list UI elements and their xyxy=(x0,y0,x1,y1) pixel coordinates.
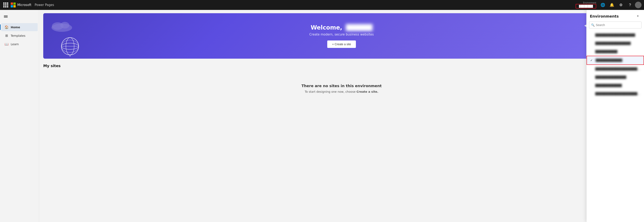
microsoft-logo: Microsoft xyxy=(11,3,31,8)
env-list-item[interactable]: ████████████ xyxy=(586,81,644,90)
env-current-button[interactable]: ████████ xyxy=(576,4,596,9)
env-label: Environment xyxy=(583,2,596,4)
sidebar-item-home-label: Home xyxy=(11,26,20,29)
app-layout: 🏠 Home ⊞ Templates 📖 Learn xyxy=(0,10,644,222)
env-search-input[interactable] xyxy=(589,22,642,29)
brand-name: Microsoft xyxy=(17,3,31,7)
hero-subtitle: Create modern, secure business websites xyxy=(309,33,374,36)
empty-state-cta-text: Create a site. xyxy=(356,90,378,93)
user-avatar[interactable] xyxy=(635,2,642,8)
env-item-name: ██████████████ xyxy=(595,76,641,79)
env-check-icon: ✓ xyxy=(590,59,594,62)
sidebar-nav: 🏠 Home ⊞ Templates 📖 Learn xyxy=(0,22,39,50)
svg-point-2 xyxy=(60,22,70,29)
hero-title: Welcome, ██████ xyxy=(309,24,374,31)
env-item-name: ██████████████████████ xyxy=(595,67,641,71)
env-list-item[interactable]: ████████████████████████ xyxy=(586,90,644,98)
env-item-name: ████████████████ xyxy=(595,42,641,45)
env-list-item[interactable]: ██████████████ xyxy=(586,73,644,81)
sidebar-toggle[interactable] xyxy=(2,12,10,21)
sidebar-item-learn[interactable]: 📖 Learn xyxy=(1,40,38,48)
env-panel-close-button[interactable]: × xyxy=(635,13,641,19)
env-search-icon: 🔍 xyxy=(591,23,594,27)
env-list-item[interactable]: ✓████████████ xyxy=(586,56,644,65)
hero-content: Welcome, ██████ Create modern, secure bu… xyxy=(309,24,374,48)
environments-panel: Environments × 🔍 ███████████████████████… xyxy=(586,10,644,222)
sidebar-item-learn-label: Learn xyxy=(11,43,19,46)
empty-state-title: There are no sites in this environment xyxy=(302,84,382,88)
env-item-name: ████████████ xyxy=(595,84,641,87)
topbar-right: Environment ████████ 🌐 🔔 ⚙ ? xyxy=(576,1,642,9)
hero-username: ██████ xyxy=(346,24,372,31)
env-item-name: ████████████████████████ xyxy=(595,92,641,95)
templates-icon: ⊞ xyxy=(4,34,9,38)
env-list-item[interactable]: ██████████████████████ xyxy=(586,65,644,73)
env-list-item[interactable]: ██████████████████ xyxy=(586,31,644,39)
globe-decoration xyxy=(60,36,80,57)
topbar: Microsoft Power Pages Environment ██████… xyxy=(0,0,644,10)
hero-banner: Welcome, ██████ Create modern, secure bu… xyxy=(43,13,640,59)
my-sites-title: My sites xyxy=(43,64,640,68)
env-item-name: ████████████ xyxy=(596,59,640,62)
sidebar-item-templates[interactable]: ⊞ Templates xyxy=(1,32,38,40)
sidebar-item-home[interactable]: 🏠 Home xyxy=(1,23,38,31)
environment-selector[interactable]: Environment ████████ xyxy=(576,2,596,9)
env-panel-header: Environments × xyxy=(586,10,644,22)
globe-icon-button[interactable]: 🌐 xyxy=(599,1,607,9)
empty-state: There are no sites in this environment T… xyxy=(39,71,644,106)
env-search-box: 🔍 xyxy=(589,22,642,29)
home-icon: 🏠 xyxy=(4,25,9,29)
notification-icon-button[interactable]: 🔔 xyxy=(608,1,616,9)
env-item-name: ██████████ xyxy=(595,50,641,53)
sidebar-item-templates-label: Templates xyxy=(11,34,25,37)
app-name: Power Pages xyxy=(34,3,54,7)
help-icon-button[interactable]: ? xyxy=(626,1,634,9)
env-list-item[interactable]: ██████████ xyxy=(586,48,644,56)
env-item-name: ██████████████████ xyxy=(595,34,641,37)
learn-icon: 📖 xyxy=(4,42,9,46)
apps-grid-icon[interactable] xyxy=(2,2,9,8)
settings-icon-button[interactable]: ⚙ xyxy=(617,1,625,9)
create-site-button[interactable]: + Create a site xyxy=(327,41,356,48)
cloud-left-decoration xyxy=(50,19,74,32)
sidebar: 🏠 Home ⊞ Templates 📖 Learn xyxy=(0,10,39,222)
empty-state-subtitle: To start designing one now, choose Creat… xyxy=(305,90,378,93)
env-panel-title: Environments xyxy=(590,14,619,18)
env-list-item[interactable]: ████████████████ xyxy=(586,39,644,48)
env-list: ████████████████████████████████████████… xyxy=(586,31,644,222)
main-content: Welcome, ██████ Create modern, secure bu… xyxy=(39,10,644,222)
